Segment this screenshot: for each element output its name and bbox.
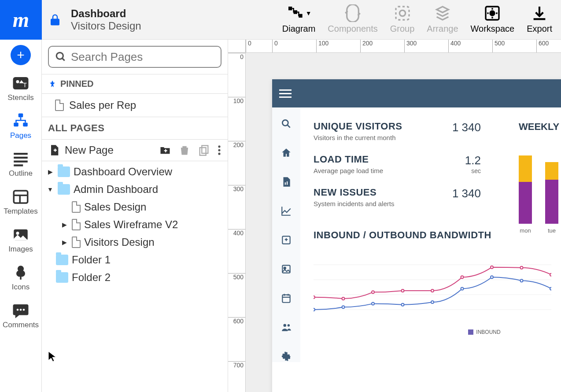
bandwidth-chart xyxy=(314,250,561,325)
svg-rect-28 xyxy=(202,146,208,154)
inbox-icon xyxy=(280,234,292,246)
design-canvas[interactable]: UNIQUE VISITORS Visitors in the current … xyxy=(246,53,561,392)
tree-admin-dashboard[interactable]: ▼ Admin Dashboard xyxy=(44,181,225,198)
rail-templates[interactable]: Templates xyxy=(0,183,41,220)
document-title[interactable]: Dashboard Visitors Design xyxy=(68,7,214,32)
tree-sales-design[interactable]: Sales Design xyxy=(44,198,225,216)
svg-line-34 xyxy=(288,125,290,128)
ruler-corner xyxy=(228,40,246,53)
tree-sales-wireframe[interactable]: ▶ Sales Wireframe V2 xyxy=(44,216,225,233)
svg-rect-40 xyxy=(282,295,290,302)
search-input[interactable] xyxy=(71,50,214,64)
arrange-tool[interactable]: Arrange xyxy=(427,4,458,34)
tree-dashboard-overview[interactable]: ▶ Dashboard Overview xyxy=(44,163,225,181)
search-icon xyxy=(280,118,292,129)
svg-point-61 xyxy=(372,302,374,305)
svg-point-64 xyxy=(461,287,464,290)
svg-rect-3 xyxy=(396,7,409,20)
expand-arrow-icon[interactable]: ▶ xyxy=(46,168,54,175)
lock-icon[interactable] xyxy=(42,13,68,26)
page-icon xyxy=(72,237,81,248)
calendar-icon xyxy=(280,292,292,304)
tree-visitors-design[interactable]: ▶ Visitors Design xyxy=(44,233,225,251)
left-rail: + T Stencils Pages Outline Templates Ima… xyxy=(0,40,42,392)
add-button[interactable]: + xyxy=(11,45,31,65)
new-folder-icon[interactable] xyxy=(159,144,171,156)
svg-point-58 xyxy=(550,274,551,276)
components-tool[interactable]: Components xyxy=(328,4,377,34)
stat-load-time: LOAD TIME Average page load time 1.2 sec xyxy=(314,154,481,174)
mockup-frame[interactable]: UNIQUE VISITORS Visitors in the current … xyxy=(272,79,561,392)
trash-icon[interactable] xyxy=(178,144,191,156)
svg-rect-38 xyxy=(282,265,290,273)
pinned-header: PINNED xyxy=(42,74,228,94)
svg-point-59 xyxy=(314,308,315,311)
collapse-arrow-icon[interactable]: ▼ xyxy=(46,186,54,193)
more-icon[interactable] xyxy=(217,144,221,156)
svg-point-24 xyxy=(20,309,22,311)
hamburger-icon xyxy=(279,89,292,98)
svg-point-55 xyxy=(461,276,464,278)
all-pages-header: ALL PAGES xyxy=(42,117,228,140)
svg-point-66 xyxy=(520,279,523,282)
folder-icon xyxy=(58,166,70,177)
mockup-header xyxy=(272,79,561,107)
svg-rect-12 xyxy=(23,123,28,127)
svg-point-39 xyxy=(284,267,286,269)
svg-point-60 xyxy=(342,306,345,308)
pinned-item-sales-per-rep[interactable]: Sales per Rep xyxy=(42,94,228,117)
rail-pages[interactable]: Pages xyxy=(0,107,41,144)
svg-rect-10 xyxy=(18,114,23,118)
svg-point-8 xyxy=(16,80,19,83)
svg-rect-0 xyxy=(288,7,292,10)
folder-icon xyxy=(56,255,68,265)
workspace-tool[interactable]: Workspace xyxy=(471,4,515,34)
svg-point-53 xyxy=(402,289,404,292)
expand-arrow-icon[interactable]: ▶ xyxy=(60,239,68,246)
expand-arrow-icon[interactable]: ▶ xyxy=(60,221,68,228)
export-tool[interactable]: Export xyxy=(527,4,552,34)
copy-icon[interactable] xyxy=(198,144,210,156)
rail-comments[interactable]: Comments xyxy=(0,297,41,334)
svg-point-52 xyxy=(372,291,374,293)
diagram-tool[interactable]: ▼ Diagram xyxy=(282,4,316,34)
weekly-chart: WEEKLY montue xyxy=(519,121,559,234)
svg-point-6 xyxy=(490,11,495,15)
svg-rect-29 xyxy=(200,148,206,155)
chart-legend: INBOUND xyxy=(314,329,561,335)
rail-icons[interactable]: Icons xyxy=(0,259,41,296)
rail-images[interactable]: Images xyxy=(0,221,41,258)
svg-point-4 xyxy=(399,10,405,16)
tree-folder-2[interactable]: Folder 2 xyxy=(44,269,225,286)
canvas-area: 0 0 100 200 300 400 500 600 0 100 200 30… xyxy=(228,40,561,392)
gear-icon xyxy=(280,351,292,362)
svg-rect-36 xyxy=(287,181,288,185)
app-logo[interactable]: m xyxy=(0,0,42,40)
chevron-down-icon: ▼ xyxy=(306,10,312,17)
tree-folder-1[interactable]: Folder 1 xyxy=(44,251,225,269)
page-icon xyxy=(72,219,81,230)
svg-point-45 xyxy=(288,324,290,326)
doc-title-main: Dashboard xyxy=(71,7,214,20)
group-tool[interactable]: Group xyxy=(390,4,415,34)
new-page-icon xyxy=(48,144,60,156)
search-icon xyxy=(55,51,66,63)
svg-line-27 xyxy=(62,58,64,60)
rail-stencils[interactable]: T Stencils xyxy=(0,70,41,107)
svg-point-21 xyxy=(16,232,19,235)
svg-point-54 xyxy=(431,289,434,292)
search-box[interactable] xyxy=(48,46,221,68)
image-icon xyxy=(280,263,292,275)
svg-point-63 xyxy=(431,301,434,303)
svg-point-25 xyxy=(23,309,25,311)
rail-outline[interactable]: Outline xyxy=(0,145,41,182)
svg-rect-13 xyxy=(14,153,28,155)
stat-unique-visitors: UNIQUE VISITORS Visitors in the current … xyxy=(314,121,481,141)
new-page-row[interactable]: New Page xyxy=(42,140,228,161)
folder-icon xyxy=(56,272,68,283)
svg-rect-22 xyxy=(20,276,22,280)
svg-rect-16 xyxy=(14,164,23,166)
page-icon xyxy=(55,100,64,111)
svg-point-26 xyxy=(56,52,63,59)
svg-rect-15 xyxy=(14,161,28,163)
